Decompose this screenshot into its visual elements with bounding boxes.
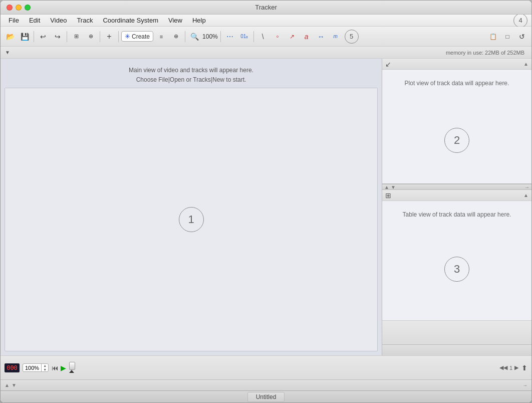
sub-btn1[interactable]: ▼: [4, 49, 12, 57]
splitter-up[interactable]: ▲: [384, 184, 389, 190]
seek-area[interactable]: [69, 366, 496, 370]
frame-prev[interactable]: ◀◀: [499, 364, 507, 371]
toolbar: 📂 💾 ↩ ↪ ⊞ ⊕ + ✳ Create ≡ ⊕ 🔍 100% ⋯ 01₂: [1, 27, 531, 47]
play-button[interactable]: ▶: [61, 364, 66, 372]
tool-arrow1[interactable]: \: [256, 30, 270, 43]
export-button[interactable]: ⬆: [521, 364, 527, 372]
menu-coordinate[interactable]: Coordinate System: [99, 16, 162, 25]
menu-video[interactable]: Video: [46, 16, 71, 25]
open-button[interactable]: 📂: [4, 30, 17, 43]
status-up[interactable]: ▲: [5, 382, 10, 388]
right-status-area: [382, 344, 531, 355]
status-arrow[interactable]: →: [522, 382, 527, 388]
sep1: [34, 31, 34, 42]
table-message: Table view of track data will appear her…: [398, 206, 516, 223]
frame-counter: 000: [5, 363, 20, 372]
save-button[interactable]: 💾: [18, 30, 31, 43]
toolbar-icon1[interactable]: ≡: [155, 30, 168, 43]
video-canvas[interactable]: 1: [5, 88, 378, 351]
frame-nav: ◀◀ 1 ▶: [499, 364, 518, 371]
sep5: [185, 31, 185, 42]
right-panel: ↙ ▲ Plot view of track data will appear …: [382, 59, 531, 355]
plot-icon: ↙: [385, 60, 391, 68]
maximize-button[interactable]: [25, 5, 31, 11]
axes-button[interactable]: +: [103, 30, 116, 43]
frame-next[interactable]: ▶: [514, 364, 518, 371]
plot-panel: ↙ ▲ Plot view of track data will appear …: [382, 59, 531, 184]
table-expand[interactable]: ▲: [523, 192, 528, 198]
menu-file[interactable]: File: [5, 16, 23, 25]
create-button[interactable]: ✳ Create: [121, 31, 153, 42]
go-start-button[interactable]: ⏮: [52, 364, 59, 372]
video-message-line2: Choose File|Open or Tracks|New to start.: [5, 75, 378, 85]
toolbar-right: 📋 □ ↺: [486, 30, 528, 43]
region-2: 2: [444, 128, 469, 153]
tool-dot[interactable]: ◦: [271, 30, 284, 43]
menu-bar: File Edit Video Track Coordinate System …: [1, 15, 531, 27]
tool-m[interactable]: m: [329, 30, 342, 43]
video-message-line1: Main view of video and tracks will appea…: [5, 66, 378, 75]
frame-number: 1: [509, 365, 512, 371]
bottom-title-bar: Untitled: [1, 390, 531, 402]
doc-button[interactable]: 📋: [486, 30, 499, 43]
refresh-button[interactable]: ↺: [515, 30, 528, 43]
title-bar: Tracker: [1, 1, 531, 15]
close-button[interactable]: [7, 5, 13, 11]
main-content: Main view of video and tracks will appea…: [1, 59, 531, 355]
splitter-arrow[interactable]: →: [524, 184, 529, 190]
redo-button[interactable]: ↪: [51, 30, 64, 43]
track-control-button[interactable]: ⊕: [84, 30, 97, 43]
status-controls-right: →: [522, 382, 527, 388]
splitter-left: ▲ ▼: [384, 184, 396, 190]
track-tool2[interactable]: 01₂: [238, 30, 251, 43]
seek-marker: [69, 370, 74, 373]
sep3: [100, 31, 100, 42]
sep2: [67, 31, 67, 42]
zoom-down[interactable]: ▼: [42, 368, 48, 372]
tool-arrow2[interactable]: ↗: [286, 30, 299, 43]
help-button[interactable]: □: [501, 30, 514, 43]
menu-view[interactable]: View: [164, 16, 186, 25]
status-bar: ▲ ▼ →: [1, 379, 531, 390]
menu-edit[interactable]: Edit: [25, 16, 44, 25]
track-tool1[interactable]: ⋯: [223, 30, 236, 43]
plot-message: Plot view of track data will appear here…: [400, 75, 514, 92]
splitter-down[interactable]: ▼: [391, 184, 396, 190]
annotation-5: 5: [345, 30, 359, 44]
status-controls-left: ▲ ▼: [5, 382, 17, 388]
plot-expand[interactable]: ▲: [523, 61, 528, 67]
window-title: Tracker: [255, 4, 277, 11]
table-panel: ⊞ ▲ Table view of track data will appear…: [382, 190, 531, 320]
status-down[interactable]: ▼: [12, 382, 17, 388]
undo-button[interactable]: ↩: [37, 30, 50, 43]
table-icon: ⊞: [385, 191, 391, 199]
sep4: [118, 31, 119, 42]
region-1: 1: [179, 207, 204, 232]
tool-a[interactable]: a: [300, 30, 313, 43]
annotation-4: 4: [513, 14, 527, 28]
panel-splitter[interactable]: ▲ ▼ →: [382, 184, 531, 190]
zoom-button[interactable]: 🔍: [188, 30, 201, 43]
zoom-arrows: ▲ ▼: [41, 364, 48, 371]
tool-arrow3[interactable]: ↔: [315, 30, 328, 43]
video-message: Main view of video and tracks will appea…: [5, 63, 378, 88]
menu-track[interactable]: Track: [73, 16, 97, 25]
app-window: Tracker File Edit Video Track Coordinate…: [0, 0, 532, 403]
minimize-button[interactable]: [16, 5, 22, 11]
sub-toolbar: ▼ memory in use: 22MB of 252MB: [1, 47, 531, 59]
zoom-display: 100%: [202, 33, 218, 40]
grid-button[interactable]: ⊞: [70, 30, 83, 43]
menu-help[interactable]: Help: [188, 16, 210, 25]
plot-content: Plot view of track data will appear here…: [382, 70, 531, 183]
sep7: [253, 31, 254, 42]
playback-bar: 000 100% ▲ ▼ ⏮ ▶ ◀◀ 1 ▶ ⬆: [1, 355, 531, 379]
play-controls: ⏮ ▶: [52, 364, 66, 372]
traffic-lights: [7, 5, 31, 11]
toolbar-icon2[interactable]: ⊕: [169, 30, 182, 43]
plot-panel-header: ↙ ▲: [382, 59, 531, 70]
sep6: [220, 31, 221, 42]
region-3: 3: [444, 257, 469, 282]
create-label: Create: [132, 33, 150, 40]
zoom-control[interactable]: 100% ▲ ▼: [23, 363, 49, 372]
zoom-up[interactable]: ▲: [42, 364, 48, 368]
